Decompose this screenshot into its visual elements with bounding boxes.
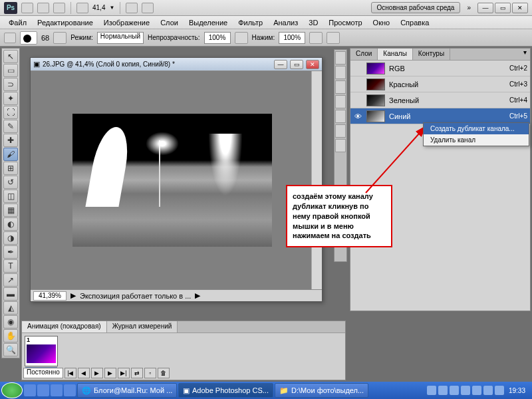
3d-camera-tool[interactable]: ◉ — [3, 315, 18, 329]
eraser-tool[interactable]: ◫ — [3, 190, 18, 203]
opacity-pressure-icon[interactable] — [235, 32, 248, 44]
dodge-tool[interactable]: ◑ — [3, 231, 18, 245]
zoom-dropdown-icon[interactable]: ▼ — [109, 5, 114, 11]
hand-tool[interactable]: ✋ — [3, 329, 18, 342]
pen-tool[interactable]: ✒ — [3, 245, 18, 259]
tray-icon[interactable] — [438, 386, 448, 395]
delete-frame-button[interactable]: 🗑 — [158, 368, 170, 378]
document-titlebar[interactable]: ▣ 26.JPG @ 41,4% (Слой 0 копия, Синий/8)… — [31, 58, 322, 71]
shape-tool[interactable]: ▬ — [3, 287, 18, 301]
menu-layers[interactable]: Слои — [156, 17, 183, 28]
visibility-icon[interactable] — [353, 80, 362, 89]
flow-input[interactable] — [279, 32, 305, 44]
tray-icon[interactable] — [450, 386, 459, 395]
visibility-icon[interactable] — [353, 64, 362, 73]
brush-preview[interactable] — [20, 31, 37, 45]
dock-icon[interactable] — [335, 51, 346, 65]
doc-minimize-button[interactable]: — — [274, 60, 287, 69]
tablet-pressure-icon[interactable] — [327, 32, 340, 44]
first-frame-button[interactable]: |◀ — [65, 368, 76, 378]
tray-icon[interactable] — [483, 386, 493, 395]
menu-delete-channel[interactable]: Удалить канал — [424, 134, 529, 146]
workspace-more-icon[interactable]: » — [464, 3, 473, 13]
marquee-tool[interactable]: ▭ — [3, 64, 18, 77]
animation-frame[interactable]: 1 0 сек. — [25, 336, 58, 366]
lasso-tool[interactable]: ⊃ — [3, 78, 18, 91]
close-button[interactable]: ✕ — [512, 3, 528, 13]
dock-icon[interactable] — [335, 139, 346, 152]
new-frame-button[interactable]: ▫ — [144, 368, 156, 378]
menu-3d[interactable]: 3D — [304, 17, 323, 28]
crop-tool[interactable]: ⛶ — [3, 106, 18, 119]
arrange2-icon[interactable] — [142, 3, 154, 13]
blur-tool[interactable]: ◐ — [3, 217, 18, 231]
healing-tool[interactable]: ✚ — [3, 134, 18, 147]
doc-close-button[interactable]: ✕ — [306, 60, 319, 69]
status-more-icon[interactable]: ▶ — [195, 291, 200, 300]
tool-preset-icon[interactable] — [4, 33, 16, 43]
maximize-button[interactable]: ▭ — [495, 3, 511, 13]
blend-mode-select[interactable]: Нормальный — [97, 32, 144, 44]
visibility-icon[interactable] — [353, 96, 362, 105]
dock-icon[interactable] — [335, 66, 346, 79]
tray-icon[interactable] — [427, 386, 436, 395]
play-button[interactable]: ▶ — [91, 368, 103, 378]
hand-tool-icon[interactable] — [76, 3, 88, 13]
menu-analysis[interactable]: Анализ — [269, 17, 303, 28]
menu-window[interactable]: Окно — [368, 17, 395, 28]
channel-row-red[interactable]: Красный Ctrl+3 — [350, 76, 530, 92]
quicklaunch-icon[interactable] — [51, 384, 63, 396]
panel-menu-icon[interactable]: ▾ — [519, 49, 530, 60]
arrange-icon[interactable] — [126, 3, 138, 13]
tab-paths[interactable]: Контуры — [413, 49, 450, 60]
doc-zoom-input[interactable] — [33, 291, 66, 301]
minimize-button[interactable]: — — [477, 3, 493, 13]
zoom-tool[interactable]: 🔍 — [3, 343, 18, 356]
stamp-tool[interactable]: ⊞ — [3, 162, 18, 175]
tab-animation[interactable]: Анимация (покадровая) — [22, 321, 107, 332]
taskbar-task[interactable]: 📁D:\Мои фото\выдел... — [275, 383, 368, 398]
quicklaunch-icon[interactable] — [24, 384, 36, 396]
type-tool[interactable]: T — [3, 259, 18, 273]
taskbar-task[interactable]: 🌐Блоги@Mail.Ru: Мой ... — [77, 383, 177, 398]
airbrush-icon[interactable] — [309, 32, 323, 44]
quick-select-tool[interactable]: ✦ — [3, 92, 18, 105]
start-button[interactable] — [1, 382, 23, 398]
tray-icon[interactable] — [461, 386, 470, 395]
menu-image[interactable]: Изображение — [99, 17, 154, 28]
brush-tool[interactable]: 🖌 — [3, 148, 18, 161]
tray-icon[interactable] — [495, 386, 504, 395]
eyedropper-tool[interactable]: ✎ — [3, 120, 18, 133]
status-arrow-icon[interactable]: ▶ — [70, 291, 76, 300]
clock[interactable]: 19:33 — [506, 387, 528, 394]
taskbar-task[interactable]: ▣Adobe Photoshop CS... — [178, 383, 273, 398]
layout-icon[interactable] — [37, 3, 49, 13]
doc-maximize-button[interactable]: ▭ — [290, 60, 303, 69]
channel-row-green[interactable]: Зеленый Ctrl+4 — [350, 92, 530, 108]
dock-icon[interactable] — [335, 95, 346, 108]
quicklaunch-icon[interactable] — [37, 384, 49, 396]
menu-select[interactable]: Выделение — [184, 17, 232, 28]
zoom-level[interactable]: 41,4 — [92, 4, 105, 11]
menu-duplicate-channel[interactable]: Создать дубликат канала... — [424, 123, 529, 134]
tab-layers[interactable]: Слои — [350, 49, 378, 60]
tab-measurement-log[interactable]: Журнал измерений — [107, 321, 178, 332]
menu-view[interactable]: Просмотр — [324, 17, 366, 28]
quicklaunch-icon[interactable] — [64, 384, 76, 396]
tray-icon[interactable] — [472, 386, 481, 395]
tween-button[interactable]: ⇄ — [131, 368, 143, 378]
menu-help[interactable]: Справка — [396, 17, 434, 28]
gradient-tool[interactable]: ▦ — [3, 203, 18, 217]
next-frame-button[interactable]: ▶ — [104, 368, 116, 378]
move-tool[interactable]: ↖ — [3, 50, 18, 63]
tab-channels[interactable]: Каналы — [378, 49, 413, 60]
menu-filter[interactable]: Фильтр — [233, 17, 267, 28]
visibility-icon[interactable]: 👁 — [353, 112, 362, 121]
document-canvas[interactable] — [35, 74, 310, 287]
screen-mode-icon[interactable] — [53, 3, 65, 13]
brush-panel-icon[interactable] — [53, 32, 66, 44]
dock-icon[interactable] — [335, 124, 346, 138]
path-select-tool[interactable]: ↗ — [3, 273, 18, 287]
3d-tool[interactable]: ◭ — [3, 301, 18, 315]
menu-file[interactable]: Файл — [4, 17, 31, 28]
